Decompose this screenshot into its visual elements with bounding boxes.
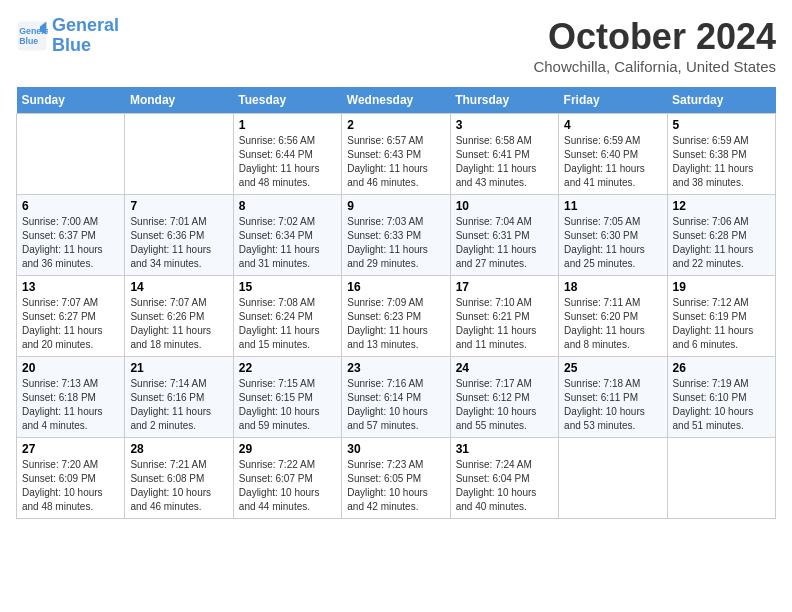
day-number: 27	[22, 442, 119, 456]
calendar-cell	[559, 438, 667, 519]
calendar-cell: 29Sunrise: 7:22 AMSunset: 6:07 PMDayligh…	[233, 438, 341, 519]
calendar-cell: 26Sunrise: 7:19 AMSunset: 6:10 PMDayligh…	[667, 357, 775, 438]
header-friday: Friday	[559, 87, 667, 114]
day-number: 1	[239, 118, 336, 132]
day-info: Sunrise: 7:00 AMSunset: 6:37 PMDaylight:…	[22, 215, 119, 271]
calendar-cell: 3Sunrise: 6:58 AMSunset: 6:41 PMDaylight…	[450, 114, 558, 195]
calendar-cell: 4Sunrise: 6:59 AMSunset: 6:40 PMDaylight…	[559, 114, 667, 195]
calendar-cell: 14Sunrise: 7:07 AMSunset: 6:26 PMDayligh…	[125, 276, 233, 357]
day-number: 18	[564, 280, 661, 294]
header-row: Sunday Monday Tuesday Wednesday Thursday…	[17, 87, 776, 114]
logo-text: General Blue	[52, 16, 119, 56]
day-info: Sunrise: 7:16 AMSunset: 6:14 PMDaylight:…	[347, 377, 444, 433]
calendar-cell: 15Sunrise: 7:08 AMSunset: 6:24 PMDayligh…	[233, 276, 341, 357]
main-title: October 2024	[533, 16, 776, 58]
calendar-cell: 7Sunrise: 7:01 AMSunset: 6:36 PMDaylight…	[125, 195, 233, 276]
day-info: Sunrise: 7:24 AMSunset: 6:04 PMDaylight:…	[456, 458, 553, 514]
logo: General Blue General Blue	[16, 16, 119, 56]
day-info: Sunrise: 7:02 AMSunset: 6:34 PMDaylight:…	[239, 215, 336, 271]
day-info: Sunrise: 7:09 AMSunset: 6:23 PMDaylight:…	[347, 296, 444, 352]
calendar-cell: 13Sunrise: 7:07 AMSunset: 6:27 PMDayligh…	[17, 276, 125, 357]
day-number: 4	[564, 118, 661, 132]
calendar-cell: 8Sunrise: 7:02 AMSunset: 6:34 PMDaylight…	[233, 195, 341, 276]
day-number: 26	[673, 361, 770, 375]
calendar-cell: 10Sunrise: 7:04 AMSunset: 6:31 PMDayligh…	[450, 195, 558, 276]
calendar-cell: 5Sunrise: 6:59 AMSunset: 6:38 PMDaylight…	[667, 114, 775, 195]
day-info: Sunrise: 7:11 AMSunset: 6:20 PMDaylight:…	[564, 296, 661, 352]
day-number: 13	[22, 280, 119, 294]
day-info: Sunrise: 7:06 AMSunset: 6:28 PMDaylight:…	[673, 215, 770, 271]
calendar-cell: 31Sunrise: 7:24 AMSunset: 6:04 PMDayligh…	[450, 438, 558, 519]
day-number: 21	[130, 361, 227, 375]
calendar-cell: 18Sunrise: 7:11 AMSunset: 6:20 PMDayligh…	[559, 276, 667, 357]
logo-line2: Blue	[52, 35, 91, 55]
day-info: Sunrise: 7:15 AMSunset: 6:15 PMDaylight:…	[239, 377, 336, 433]
day-number: 23	[347, 361, 444, 375]
header-sunday: Sunday	[17, 87, 125, 114]
day-info: Sunrise: 6:56 AMSunset: 6:44 PMDaylight:…	[239, 134, 336, 190]
calendar-cell: 17Sunrise: 7:10 AMSunset: 6:21 PMDayligh…	[450, 276, 558, 357]
day-number: 19	[673, 280, 770, 294]
day-number: 22	[239, 361, 336, 375]
day-info: Sunrise: 7:14 AMSunset: 6:16 PMDaylight:…	[130, 377, 227, 433]
day-info: Sunrise: 7:21 AMSunset: 6:08 PMDaylight:…	[130, 458, 227, 514]
day-number: 31	[456, 442, 553, 456]
day-number: 6	[22, 199, 119, 213]
calendar-cell: 2Sunrise: 6:57 AMSunset: 6:43 PMDaylight…	[342, 114, 450, 195]
day-number: 25	[564, 361, 661, 375]
day-info: Sunrise: 7:17 AMSunset: 6:12 PMDaylight:…	[456, 377, 553, 433]
header-thursday: Thursday	[450, 87, 558, 114]
day-info: Sunrise: 7:07 AMSunset: 6:27 PMDaylight:…	[22, 296, 119, 352]
day-number: 20	[22, 361, 119, 375]
day-info: Sunrise: 6:58 AMSunset: 6:41 PMDaylight:…	[456, 134, 553, 190]
day-number: 5	[673, 118, 770, 132]
day-info: Sunrise: 7:13 AMSunset: 6:18 PMDaylight:…	[22, 377, 119, 433]
day-info: Sunrise: 7:05 AMSunset: 6:30 PMDaylight:…	[564, 215, 661, 271]
calendar-cell: 25Sunrise: 7:18 AMSunset: 6:11 PMDayligh…	[559, 357, 667, 438]
day-info: Sunrise: 7:03 AMSunset: 6:33 PMDaylight:…	[347, 215, 444, 271]
calendar-cell: 6Sunrise: 7:00 AMSunset: 6:37 PMDaylight…	[17, 195, 125, 276]
calendar-cell: 19Sunrise: 7:12 AMSunset: 6:19 PMDayligh…	[667, 276, 775, 357]
day-number: 17	[456, 280, 553, 294]
day-number: 24	[456, 361, 553, 375]
header-saturday: Saturday	[667, 87, 775, 114]
day-info: Sunrise: 6:59 AMSunset: 6:38 PMDaylight:…	[673, 134, 770, 190]
calendar-cell: 16Sunrise: 7:09 AMSunset: 6:23 PMDayligh…	[342, 276, 450, 357]
day-number: 2	[347, 118, 444, 132]
calendar-cell: 21Sunrise: 7:14 AMSunset: 6:16 PMDayligh…	[125, 357, 233, 438]
svg-text:Blue: Blue	[19, 36, 38, 46]
calendar-table: Sunday Monday Tuesday Wednesday Thursday…	[16, 87, 776, 519]
calendar-cell: 30Sunrise: 7:23 AMSunset: 6:05 PMDayligh…	[342, 438, 450, 519]
calendar-cell: 22Sunrise: 7:15 AMSunset: 6:15 PMDayligh…	[233, 357, 341, 438]
calendar-week-2: 6Sunrise: 7:00 AMSunset: 6:37 PMDaylight…	[17, 195, 776, 276]
day-number: 12	[673, 199, 770, 213]
day-info: Sunrise: 7:01 AMSunset: 6:36 PMDaylight:…	[130, 215, 227, 271]
subtitle: Chowchilla, California, United States	[533, 58, 776, 75]
calendar-week-3: 13Sunrise: 7:07 AMSunset: 6:27 PMDayligh…	[17, 276, 776, 357]
calendar-cell	[125, 114, 233, 195]
header-monday: Monday	[125, 87, 233, 114]
day-info: Sunrise: 7:12 AMSunset: 6:19 PMDaylight:…	[673, 296, 770, 352]
day-number: 3	[456, 118, 553, 132]
day-number: 15	[239, 280, 336, 294]
day-number: 7	[130, 199, 227, 213]
calendar-week-4: 20Sunrise: 7:13 AMSunset: 6:18 PMDayligh…	[17, 357, 776, 438]
day-number: 14	[130, 280, 227, 294]
calendar-cell: 1Sunrise: 6:56 AMSunset: 6:44 PMDaylight…	[233, 114, 341, 195]
title-block: October 2024 Chowchilla, California, Uni…	[533, 16, 776, 75]
day-info: Sunrise: 7:08 AMSunset: 6:24 PMDaylight:…	[239, 296, 336, 352]
calendar-week-1: 1Sunrise: 6:56 AMSunset: 6:44 PMDaylight…	[17, 114, 776, 195]
day-number: 29	[239, 442, 336, 456]
header-wednesday: Wednesday	[342, 87, 450, 114]
calendar-cell: 28Sunrise: 7:21 AMSunset: 6:08 PMDayligh…	[125, 438, 233, 519]
calendar-cell: 24Sunrise: 7:17 AMSunset: 6:12 PMDayligh…	[450, 357, 558, 438]
calendar-body: 1Sunrise: 6:56 AMSunset: 6:44 PMDaylight…	[17, 114, 776, 519]
day-info: Sunrise: 7:18 AMSunset: 6:11 PMDaylight:…	[564, 377, 661, 433]
calendar-cell	[667, 438, 775, 519]
calendar-cell: 9Sunrise: 7:03 AMSunset: 6:33 PMDaylight…	[342, 195, 450, 276]
day-info: Sunrise: 7:04 AMSunset: 6:31 PMDaylight:…	[456, 215, 553, 271]
calendar-header: Sunday Monday Tuesday Wednesday Thursday…	[17, 87, 776, 114]
calendar-cell: 11Sunrise: 7:05 AMSunset: 6:30 PMDayligh…	[559, 195, 667, 276]
logo-line1: General	[52, 15, 119, 35]
day-info: Sunrise: 6:59 AMSunset: 6:40 PMDaylight:…	[564, 134, 661, 190]
